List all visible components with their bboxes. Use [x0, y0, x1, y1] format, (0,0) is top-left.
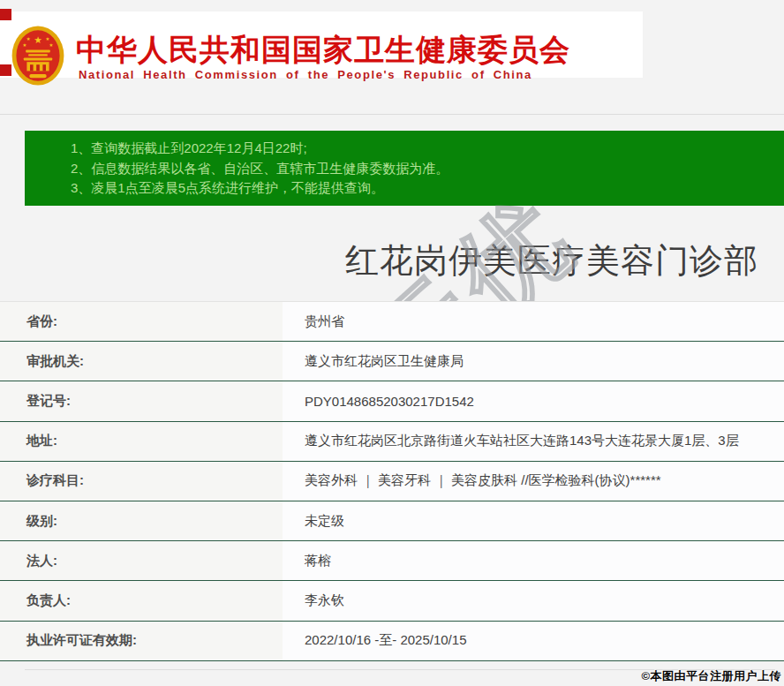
table-row: 地址: 遵义市红花岗区北京路街道火车站社区大连路143号大连花景大厦1层、3层: [0, 422, 784, 462]
row-value: 贵州省: [283, 302, 784, 341]
red-square-marker: [0, 64, 11, 76]
page-title: 红花岗伊美医疗美容门诊部: [327, 238, 777, 283]
notice-line-1: 1、查询数据截止到2022年12月4日22时;: [71, 139, 784, 159]
row-value: 遵义市红花岗区北京路街道火车站社区大连路143号大连花景大厦1层、3层: [283, 422, 784, 461]
row-label: 执业许可证有效期:: [0, 622, 283, 660]
copyright-note: ©本图由平台注册用户上传: [641, 668, 781, 684]
table-row: 审批机关: 遵义市红花岗区卫生健康局: [0, 342, 784, 381]
row-value: 遵义市红花岗区卫生健康局: [283, 342, 784, 381]
row-value: 李永钦: [283, 581, 784, 620]
notice-line-3: 3、凌晨1点至凌晨5点系统进行维护，不能提供查询。: [71, 178, 784, 199]
table-row: 负责人: 李永钦: [0, 581, 784, 621]
table-row: 法人: 蒋榕: [0, 541, 784, 581]
row-label: 地址:: [0, 422, 283, 461]
row-label: 省份:: [0, 302, 283, 341]
header-divider: [0, 114, 784, 115]
site-header: ★ ★ ★ ★ ★ 中华人民共和国国家卫生健康委员会 National Heal…: [0, 11, 643, 78]
site-title-en: National Health Commission of the People…: [79, 68, 532, 81]
row-value: 美容外科 ｜ 美容牙科 ｜ 美容皮肤科 //医学检验科(协议)******: [283, 462, 784, 501]
china-national-emblem-icon: ★ ★ ★ ★ ★: [11, 25, 64, 87]
row-label: 登记号:: [0, 381, 283, 420]
row-label: 诊疗科目:: [0, 462, 283, 501]
table-row: 执业许可证有效期: 2022/10/16 -至- 2025/10/15: [0, 622, 784, 661]
row-label: 级别:: [0, 501, 283, 540]
table-row: 登记号: PDY01486852030217D1542: [0, 381, 784, 421]
row-value: 未定级: [283, 501, 784, 540]
table-row: 诊疗科目: 美容外科 ｜ 美容牙科 ｜ 美容皮肤科 //医学检验科(协议)***…: [0, 462, 784, 501]
row-label: 法人:: [0, 541, 283, 580]
svg-text:★: ★: [34, 34, 42, 45]
red-square-marker: [0, 9, 11, 20]
table-row: 省份: 贵州省: [0, 302, 784, 342]
row-value: 蒋榕: [283, 541, 784, 580]
notice-line-2: 2、信息数据结果以各省、自治区、直辖市卫生健康委数据为准。: [71, 159, 784, 179]
row-value: PDY01486852030217D1542: [283, 381, 784, 420]
row-label: 负责人:: [0, 581, 283, 620]
svg-text:★: ★: [26, 36, 31, 41]
svg-text:★: ★: [23, 42, 27, 48]
site-title-cn: 中华人民共和国国家卫生健康委员会: [76, 30, 570, 71]
svg-text:★: ★: [49, 42, 54, 48]
page-root: ★ ★ ★ ★ ★ 中华人民共和国国家卫生健康委员会 National Heal…: [0, 0, 784, 686]
table-row: 级别: 未定级: [0, 501, 784, 541]
row-value: 2022/10/16 -至- 2025/10/15: [283, 622, 784, 660]
svg-text:★: ★: [45, 36, 49, 41]
notice-banner: 1、查询数据截止到2022年12月4日22时; 2、信息数据结果以各省、自治区、…: [25, 131, 784, 206]
info-table: 省份: 贵州省 审批机关: 遵义市红花岗区卫生健康局 登记号: PDY01486…: [0, 301, 784, 661]
row-label: 审批机关:: [0, 342, 283, 381]
